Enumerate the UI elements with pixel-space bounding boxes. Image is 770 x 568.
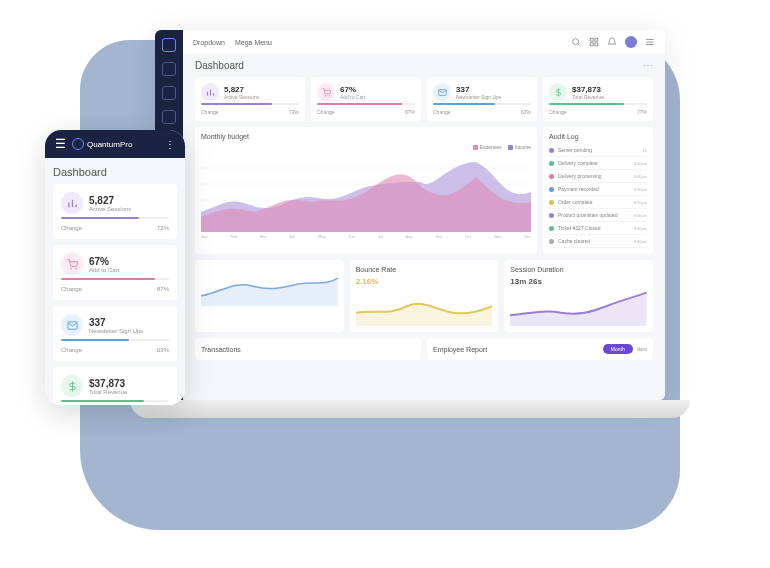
stat-cards: 5,827 Active Sessions Change72% 67% Add …	[183, 77, 665, 121]
audit-time: 8:00pm	[634, 239, 647, 244]
audit-time: 8:00pm	[634, 226, 647, 231]
audit-item[interactable]: Cache cleared8:00pm	[549, 235, 647, 248]
change-label: Change	[201, 109, 219, 115]
mini-chart-bounce: Bounce Rate 2.16%	[350, 260, 499, 332]
bar-chart-icon	[61, 192, 83, 214]
bell-icon[interactable]	[607, 37, 617, 47]
dollar-icon	[549, 83, 567, 101]
audit-item[interactable]: Server pending1h	[549, 144, 647, 157]
mail-icon	[433, 83, 451, 101]
audit-text: Payment recorded	[558, 186, 599, 192]
mail-icon	[61, 314, 83, 336]
card-revenue: $37,873 Total Revenue Change77%	[53, 367, 177, 405]
audit-item[interactable]: Delivery processing8:00pm	[549, 170, 647, 183]
audit-item[interactable]: Order complete8:00pm	[549, 196, 647, 209]
cart-icon	[61, 253, 83, 275]
phone-topbar: ☰ QuantumPro ⋮	[45, 130, 185, 158]
card-label: Total Revenue	[89, 389, 127, 395]
audit-item[interactable]: Payment recorded8:00pm	[549, 183, 647, 196]
card-value: 337	[456, 85, 501, 94]
audit-item[interactable]: Delivery complete8:00pm	[549, 157, 647, 170]
svg-point-6	[329, 95, 330, 96]
mini-chart-session: Session Duration 13m 26s	[504, 260, 653, 332]
grid-icon[interactable]	[589, 37, 599, 47]
bounce-value: 2.16%	[356, 277, 493, 286]
progress-bar	[201, 103, 299, 105]
card-sessions: 5,827 Active Sessions Change72%	[195, 77, 305, 121]
card-value: 5,827	[224, 85, 259, 94]
search-icon[interactable]	[571, 37, 581, 47]
svg-point-0	[573, 39, 579, 45]
nav-dropdown[interactable]: Dropdown	[193, 39, 225, 46]
card-label: Add to Cart	[89, 267, 119, 273]
legend-income: Income	[508, 144, 531, 150]
session-title: Session Duration	[510, 266, 647, 273]
desktop-dashboard: Dropdown Mega Menu Dashboard ⋯	[155, 30, 665, 400]
svg-rect-2	[595, 38, 598, 41]
card-label: Active Sessions	[224, 94, 259, 100]
progress-bar	[61, 217, 169, 219]
bar-chart-icon	[201, 83, 219, 101]
status-dot-icon	[549, 239, 554, 244]
audit-text: Delivery processing	[558, 173, 602, 179]
sidebar-item-3[interactable]	[162, 110, 176, 124]
progress-bar	[549, 103, 647, 105]
card-newsletter: 337 Newsletter Sign Ups Change63%	[53, 306, 177, 361]
legend-expenses: Expenses	[473, 144, 502, 150]
svg-point-5	[325, 95, 326, 96]
audit-log: Audit Log Server pending1hDelivery compl…	[543, 127, 653, 254]
page-title: Dashboard	[195, 60, 244, 71]
transactions-title: Transactions	[201, 346, 241, 353]
audit-time: 8:00pm	[634, 174, 647, 179]
change-label: Change	[61, 225, 82, 231]
sidebar-item-1[interactable]	[162, 62, 176, 76]
menu-icon[interactable]	[645, 37, 655, 47]
progress-bar	[61, 339, 169, 341]
hamburger-icon[interactable]: ☰	[55, 137, 66, 151]
status-dot-icon	[549, 226, 554, 231]
card-value: 337	[89, 317, 143, 328]
audit-text: Product quantities updated	[558, 212, 618, 218]
card-newsletter: 337 Newsletter Sign Ups Change63%	[427, 77, 537, 121]
svg-rect-4	[595, 43, 598, 46]
next-button[interactable]: Next	[637, 346, 647, 352]
brand-logo: QuantumPro	[72, 138, 132, 150]
audit-time: 8:00pm	[634, 187, 647, 192]
mini-chart-1	[195, 260, 344, 332]
change-label: Change	[61, 286, 82, 292]
pct-label: 87%	[405, 109, 415, 115]
month-pill[interactable]: Month	[603, 344, 633, 354]
card-sessions: 5,827 Active Sessions Change72%	[53, 184, 177, 239]
status-dot-icon	[549, 174, 554, 179]
nav-mega-menu[interactable]: Mega Menu	[235, 39, 272, 46]
card-label: Add to Cart	[340, 94, 365, 100]
progress-bar	[61, 400, 169, 402]
more-icon[interactable]: ⋮	[165, 139, 175, 150]
audit-time: 8:00pm	[634, 213, 647, 218]
sidebar-item-2[interactable]	[162, 86, 176, 100]
change-label: Change	[433, 109, 451, 115]
status-dot-icon	[549, 200, 554, 205]
more-icon[interactable]: ⋯	[643, 60, 653, 71]
progress-bar	[61, 278, 169, 280]
audit-item[interactable]: Product quantities updated8:00pm	[549, 209, 647, 222]
pct-label: 72%	[289, 109, 299, 115]
bounce-title: Bounce Rate	[356, 266, 493, 273]
pct-label: 63%	[521, 109, 531, 115]
status-dot-icon	[549, 148, 554, 153]
avatar[interactable]	[625, 36, 637, 48]
pct-label: 72%	[157, 225, 169, 231]
dollar-icon	[61, 375, 83, 397]
audit-text: Order complete	[558, 199, 592, 205]
svg-point-12	[70, 268, 71, 269]
pct-label: 77%	[637, 109, 647, 115]
topbar: Dropdown Mega Menu	[183, 30, 665, 54]
audit-text: Ticket #327 Closed	[558, 225, 601, 231]
x-axis: JanFebMarAprMayJunJulAugSepOctNovDec	[201, 234, 531, 239]
sidebar-logo-icon[interactable]	[162, 38, 176, 52]
laptop-base	[130, 400, 690, 418]
audit-item[interactable]: Ticket #327 Closed8:00pm	[549, 222, 647, 235]
pct-label: 63%	[157, 347, 169, 353]
budget-chart: Monthly budget Expenses Income JanFebMar…	[195, 127, 537, 254]
card-value: 67%	[340, 85, 365, 94]
